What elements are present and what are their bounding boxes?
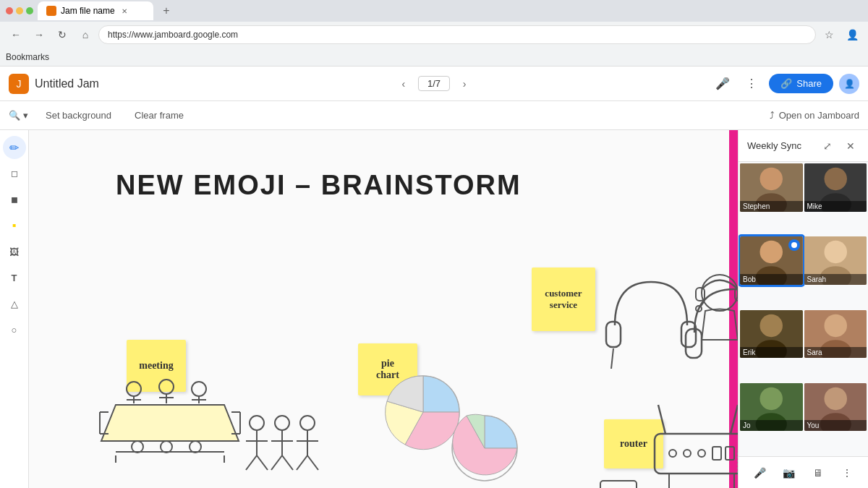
bookmark-btn[interactable]: ☆ <box>819 25 839 45</box>
laser-tool-btn[interactable]: ○ <box>3 318 26 341</box>
share-btn[interactable]: 🔗 Share <box>769 74 833 93</box>
app-title[interactable]: Untitled Jam <box>35 77 705 90</box>
set-background-btn[interactable]: Set background <box>40 107 117 124</box>
url-bar[interactable]: https://www.jamboard.google.com <box>98 25 816 44</box>
home-btn[interactable]: ⌂ <box>75 25 95 45</box>
canvas-area[interactable]: NEW EMOJI – BRAINSTORM meeting piechart … <box>29 130 738 488</box>
reload-btn[interactable]: ↻ <box>52 25 72 45</box>
close-window-btn[interactable] <box>6 7 13 14</box>
headset-sketch <box>600 267 738 412</box>
browser-tab[interactable]: Jam file name ✕ <box>38 1 153 20</box>
select-tool-btn[interactable]: ◼ <box>3 188 26 211</box>
meet-cam-btn[interactable]: 📷 <box>778 461 801 484</box>
svg-point-38 <box>452 416 517 481</box>
canvas-title: NEW EMOJI – BRAINSTORM <box>116 170 522 201</box>
svg-point-7 <box>192 382 206 396</box>
svg-point-53 <box>684 450 691 457</box>
user-avatar[interactable]: 👤 <box>839 74 859 94</box>
svg-point-106 <box>824 168 846 190</box>
participant-tile-erik[interactable]: Erik <box>740 310 803 359</box>
svg-rect-40 <box>681 322 696 347</box>
frame-indicator: 1/7 <box>418 76 450 91</box>
svg-point-27 <box>275 416 289 430</box>
sticky-router[interactable]: router <box>604 419 663 468</box>
participant-tile-you[interactable]: You <box>804 383 867 432</box>
svg-rect-39 <box>606 322 621 347</box>
app-container: J Untitled Jam ‹ 1/7 › 🎤 ⋮ 🔗 Share 👤 🔍 ▾… <box>0 67 868 488</box>
maximize-window-btn[interactable] <box>26 7 33 14</box>
svg-point-52 <box>669 450 676 457</box>
zoom-arrow: ▾ <box>23 110 28 121</box>
zoom-icon: 🔍 <box>9 110 20 121</box>
svg-line-25 <box>246 455 257 470</box>
meet-more-btn[interactable]: ⋮ <box>835 461 859 484</box>
mic-btn[interactable]: 🎤 <box>711 72 734 95</box>
meet-title: Weekly Sync <box>747 140 813 151</box>
main-content: ✏ ◻ ◼ ▪ 🖼 T △ ○ NEW EMOJI – BRAINSTORM m… <box>0 130 868 488</box>
svg-point-54 <box>698 450 705 457</box>
standing-people-sketch <box>239 405 326 488</box>
open-jamboard-btn[interactable]: ⤴ Open on Jamboard <box>770 110 859 121</box>
back-btn[interactable]: ← <box>6 25 26 45</box>
svg-line-35 <box>297 455 307 470</box>
toolbar-center: ‹ 1/7 › <box>395 75 473 93</box>
sticky-tool-btn[interactable]: ▪ <box>3 214 26 237</box>
participant-tile-stephen[interactable]: Stephen <box>740 163 803 212</box>
svg-rect-60 <box>600 481 637 488</box>
bookmarks-label: Bookmarks <box>6 52 49 62</box>
meet-expand-btn[interactable]: ⤢ <box>819 137 836 155</box>
bookmarks-bar: Bookmarks <box>0 48 868 67</box>
svg-line-41 <box>611 348 613 369</box>
prev-frame-btn[interactable]: ‹ <box>395 75 412 93</box>
eraser-tool-btn[interactable]: ◻ <box>3 162 26 185</box>
participant-tile-jo[interactable]: Jo <box>740 383 803 432</box>
svg-point-109 <box>760 241 783 263</box>
text-tool-btn[interactable]: T <box>3 266 26 289</box>
tab-close-btn[interactable]: ✕ <box>119 6 129 16</box>
minimize-window-btn[interactable] <box>16 7 23 14</box>
speaking-badge-bob <box>788 239 800 251</box>
clear-frame-btn[interactable]: Clear frame <box>129 107 190 124</box>
left-toolbar: ✏ ◻ ◼ ▪ 🖼 T △ ○ <box>0 130 29 488</box>
zoom-control[interactable]: 🔍 ▾ <box>9 110 28 121</box>
sticky-pie-chart[interactable]: piechart <box>358 343 417 395</box>
participant-name-sara: Sara <box>804 347 867 358</box>
nav-bar: ← → ↻ ⌂ https://www.jamboard.google.com … <box>0 22 868 48</box>
pen-tool-btn[interactable]: ✏ <box>3 136 26 159</box>
new-tab-btn[interactable]: + <box>158 2 175 20</box>
participant-tile-sarah[interactable]: Sarah <box>804 236 867 285</box>
meet-screen-btn[interactable]: 🖥 <box>807 461 830 484</box>
forward-btn[interactable]: → <box>29 25 49 45</box>
participant-tile-bob[interactable]: Bob <box>740 236 803 285</box>
canvas-content: NEW EMOJI – BRAINSTORM meeting piechart … <box>29 130 738 488</box>
open-icon: ⤴ <box>770 110 775 121</box>
tab-title: Jam file name <box>61 6 115 16</box>
svg-point-111 <box>791 242 797 248</box>
meet-header: Weekly Sync ⤢ ✕ <box>739 130 868 162</box>
meet-mic-btn[interactable]: 🎤 <box>749 461 772 484</box>
more-options-btn[interactable]: ⋮ <box>740 72 763 95</box>
meet-close-btn[interactable]: ✕ <box>842 137 859 155</box>
svg-point-22 <box>250 416 264 430</box>
svg-point-122 <box>760 387 783 409</box>
shapes-tool-btn[interactable]: △ <box>3 292 26 315</box>
image-tool-btn[interactable]: 🖼 <box>3 240 26 263</box>
svg-line-47 <box>700 301 705 307</box>
secondary-toolbar: 🔍 ▾ Set background Clear frame ⤴ Open on… <box>0 101 868 130</box>
svg-rect-49 <box>655 434 738 474</box>
open-label: Open on Jamboard <box>779 110 859 121</box>
profile-btn[interactable]: 👤 <box>842 25 862 45</box>
svg-point-103 <box>760 168 783 190</box>
svg-marker-0 <box>101 405 239 441</box>
participant-name-you: You <box>804 420 867 431</box>
svg-point-20 <box>161 441 172 453</box>
next-frame-btn[interactable]: › <box>456 75 473 93</box>
participant-tile-sara[interactable]: Sara <box>804 310 867 359</box>
sticky-meeting[interactable]: meeting <box>127 340 186 392</box>
participant-name-sarah: Sarah <box>804 274 867 285</box>
share-icon: 🔗 <box>780 78 792 89</box>
sticky-customer-service[interactable]: customerservice <box>532 267 595 331</box>
app-toolbar: J Untitled Jam ‹ 1/7 › 🎤 ⋮ 🔗 Share 👤 <box>0 67 868 101</box>
svg-point-116 <box>760 314 783 336</box>
participant-tile-mike[interactable]: Mike <box>804 163 867 212</box>
